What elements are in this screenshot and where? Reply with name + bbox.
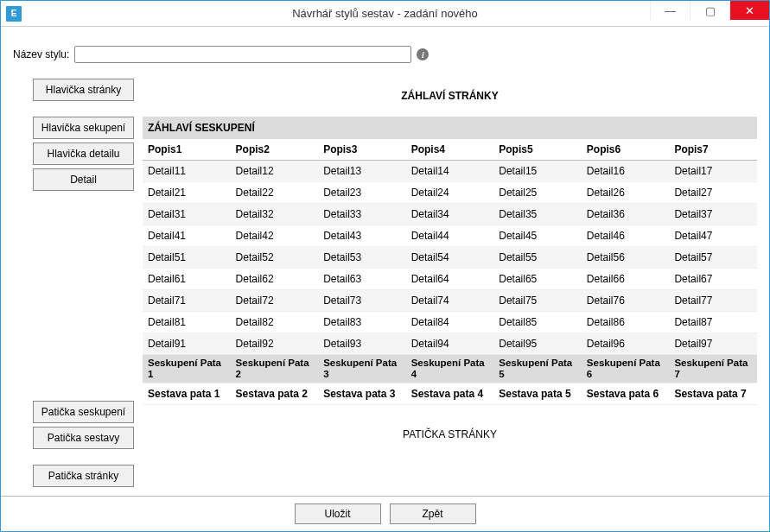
detail-cell: Detail92 — [231, 333, 319, 355]
detail-cell: Detail95 — [493, 333, 582, 355]
group-footer-cell: Seskupení Pata 2 — [231, 355, 319, 383]
style-name-input[interactable] — [74, 46, 411, 63]
section-buttons-sidebar: Hlavička stránky Hlavička sekupení Hlavi… — [13, 79, 134, 491]
page-footer-button[interactable]: Patička stránky — [33, 465, 134, 487]
detail-header-button[interactable]: Hlavička detailu — [33, 142, 134, 165]
detail-cell: Detail36 — [582, 204, 670, 225]
detail-cell: Detail25 — [493, 182, 582, 204]
style-name-label: Název stylu: — [13, 48, 69, 60]
detail-cell: Detail81 — [143, 312, 231, 333]
group-header-button[interactable]: Hlavička sekupení — [33, 117, 134, 139]
group-footer-cell: Seskupení Pata 5 — [493, 355, 582, 383]
detail-button[interactable]: Detail — [33, 168, 134, 191]
group-footer-cell: Seskupení Pata 7 — [669, 355, 757, 383]
detail-cell: Detail33 — [318, 204, 406, 225]
titlebar: E Návrhář stylů sestav - zadání nového —… — [1, 1, 769, 27]
detail-cell: Detail84 — [406, 312, 494, 333]
detail-cell: Detail67 — [669, 269, 757, 290]
detail-cell: Detail77 — [669, 290, 757, 312]
report-footer-row: Sestava pata 1 Sestava pata 2 Sestava pa… — [143, 383, 757, 405]
col-header: Popis3 — [318, 139, 406, 161]
detail-cell: Detail32 — [231, 204, 319, 225]
detail-cell: Detail97 — [669, 333, 757, 355]
dialog-button-bar: Uložit Zpět — [1, 496, 769, 531]
detail-cell: Detail96 — [582, 333, 670, 355]
page-header-button[interactable]: Hlavička stránky — [33, 79, 134, 101]
detail-cell: Detail72 — [231, 290, 319, 312]
detail-cell: Detail57 — [669, 247, 757, 269]
report-footer-cell: Sestava pata 1 — [143, 383, 231, 405]
detail-cell: Detail11 — [143, 161, 231, 182]
window: E Návrhář stylů sestav - zadání nového —… — [0, 0, 770, 532]
detail-cell: Detail13 — [318, 161, 406, 182]
back-button[interactable]: Zpět — [390, 504, 476, 524]
detail-cell: Detail83 — [318, 312, 406, 333]
detail-cell: Detail87 — [669, 312, 757, 333]
detail-cell: Detail85 — [493, 312, 582, 333]
report-footer-button[interactable]: Patička sestavy — [33, 427, 134, 449]
table-row: Detail91Detail92Detail93Detail94Detail95… — [143, 333, 757, 355]
detail-cell: Detail73 — [318, 290, 406, 312]
page-footer-band: PATIČKA STRÁNKY — [143, 421, 757, 448]
group-footer-cell: Seskupení Pata 6 — [582, 355, 670, 383]
page-header-text: ZÁHLAVÍ STRÁNKY — [401, 90, 498, 102]
report-footer-cell: Sestava pata 4 — [406, 383, 494, 405]
save-button[interactable]: Uložit — [295, 504, 381, 524]
report-footer-cell: Sestava pata 2 — [231, 383, 319, 405]
table-row: Detail71Detail72Detail73Detail74Detail75… — [143, 290, 757, 312]
detail-cell: Detail75 — [493, 290, 582, 312]
column-header-row: Popis1 Popis2 Popis3 Popis4 Popis5 Popis… — [143, 139, 757, 161]
table-row: Detail21Detail22Detail23Detail24Detail25… — [143, 182, 757, 204]
col-header: Popis6 — [582, 139, 670, 161]
detail-cell: Detail34 — [406, 204, 494, 225]
minimize-button[interactable]: — — [650, 1, 690, 20]
table-row: Detail41Detail42Detail43Detail44Detail45… — [143, 225, 757, 247]
detail-cell: Detail24 — [406, 182, 494, 204]
table-row: Detail51Detail52Detail53Detail54Detail55… — [143, 247, 757, 269]
report-footer-cell: Sestava pata 6 — [582, 383, 670, 405]
detail-cell: Detail52 — [231, 247, 319, 269]
close-button[interactable]: ✕ — [729, 1, 769, 20]
style-name-row: Název stylu: i — [13, 46, 757, 63]
col-header: Popis7 — [669, 139, 757, 161]
detail-cell: Detail91 — [143, 333, 231, 355]
info-icon[interactable]: i — [417, 48, 429, 60]
detail-cell: Detail61 — [143, 269, 231, 290]
detail-cell: Detail37 — [669, 204, 757, 225]
detail-cell: Detail43 — [318, 225, 406, 247]
detail-cell: Detail47 — [669, 225, 757, 247]
detail-cell: Detail93 — [318, 333, 406, 355]
preview-area: ZÁHLAVÍ STRÁNKY ZÁHLAVÍ SESKUPENÍ Popis1… — [134, 79, 757, 491]
detail-cell: Detail46 — [582, 225, 670, 247]
group-footer-cell: Seskupení Pata 4 — [406, 355, 494, 383]
detail-cell: Detail62 — [231, 269, 319, 290]
report-footer-cell: Sestava pata 3 — [318, 383, 406, 405]
report-footer-cell: Sestava pata 7 — [669, 383, 757, 405]
col-header: Popis5 — [493, 139, 582, 161]
detail-cell: Detail55 — [493, 247, 582, 269]
detail-cell: Detail65 — [493, 269, 582, 290]
group-header-band: ZÁHLAVÍ SESKUPENÍ — [143, 117, 757, 139]
detail-cell: Detail31 — [143, 204, 231, 225]
detail-grid: Popis1 Popis2 Popis3 Popis4 Popis5 Popis… — [143, 139, 757, 405]
detail-cell: Detail76 — [582, 290, 670, 312]
detail-cell: Detail94 — [406, 333, 494, 355]
detail-cell: Detail41 — [143, 225, 231, 247]
maximize-button[interactable]: ▢ — [690, 1, 729, 20]
detail-cell: Detail23 — [318, 182, 406, 204]
col-header: Popis2 — [231, 139, 319, 161]
detail-cell: Detail82 — [231, 312, 319, 333]
detail-cell: Detail22 — [231, 182, 319, 204]
detail-cell: Detail51 — [143, 247, 231, 269]
detail-cell: Detail71 — [143, 290, 231, 312]
detail-cell: Detail15 — [493, 161, 582, 182]
table-row: Detail31Detail32Detail33Detail34Detail35… — [143, 204, 757, 225]
group-footer-button[interactable]: Patička seskupení — [33, 401, 134, 423]
detail-cell: Detail42 — [231, 225, 319, 247]
page-header-band: ZÁHLAVÍ STRÁNKY — [143, 79, 757, 113]
group-footer-row: Seskupení Pata 1 Seskupení Pata 2 Seskup… — [143, 355, 757, 383]
detail-cell: Detail27 — [669, 182, 757, 204]
table-row: Detail61Detail62Detail63Detail64Detail65… — [143, 269, 757, 290]
window-controls: — ▢ ✕ — [650, 1, 769, 20]
app-icon: E — [6, 6, 22, 22]
